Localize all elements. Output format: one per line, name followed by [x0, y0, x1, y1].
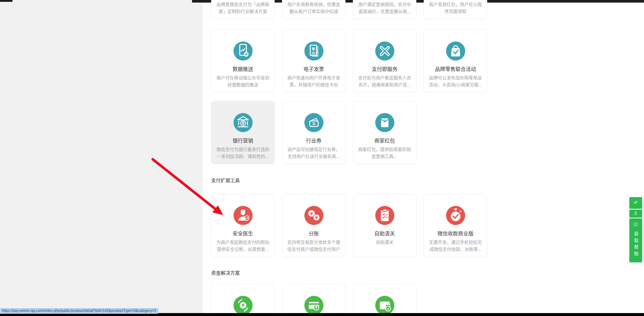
edit-icon — [633, 221, 639, 229]
product-card[interactable]: 商户发放红包，用户在小程序页面领取 — [424, 0, 487, 19]
product-desc: 该产品可创建指定行业券，支持用户在该行业报名商... — [286, 146, 341, 160]
download-icon — [633, 210, 639, 218]
section-header-payment-tools: 支付扩展工具 — [211, 177, 240, 184]
svg-text:¥: ¥ — [311, 46, 315, 52]
product-card[interactable]: 支付即服务支付后为用户推送服务人员名片，搭建商家和用户连... — [353, 29, 416, 92]
red-packet-icon — [375, 113, 394, 132]
product-card[interactable]: ¥银行营销微信支付为银行量身打造的一系列促活跃、增粘性的... — [211, 101, 275, 164]
coin-cycle-icon: ¥ — [234, 296, 253, 315]
link-icon — [633, 199, 639, 207]
product-desc: 商户发放红包，用户在小程序页面领取 — [428, 0, 483, 15]
product-card[interactable]: ¥¥分账支持将交易款分发给多个微信支付商户或微信支付用户 — [282, 194, 345, 257]
product-title: 分账 — [282, 229, 345, 237]
svg-text:¥: ¥ — [241, 303, 244, 308]
product-card-grid: 品牌是微信支付为「品牌商家」定制的行业解决方案用户先领券再核销，优惠金额从商户订… — [211, 0, 490, 316]
clipboard-check-icon — [375, 206, 394, 225]
product-title: 行业券 — [282, 137, 345, 144]
toolbar-button-get-help[interactable]: 获取帮助 — [629, 218, 642, 262]
bank-yen-icon: ¥ — [234, 113, 253, 132]
product-card[interactable]: 自助清关自助清关 — [353, 194, 416, 257]
wallet-check-icon — [375, 296, 394, 315]
product-card[interactable]: 行业券该产品可创建指定行业券，支持用户在该行业报名商... — [282, 101, 345, 164]
product-title: 自助清关 — [353, 229, 416, 237]
product-desc: 自助清关 — [357, 239, 412, 246]
product-card-row: 品牌是微信支付为「品牌商家」定制的行业解决方案用户先领券再核销，优惠金额从商户订… — [211, 0, 490, 19]
product-card[interactable]: 微信收款商业版无需开发，通过手机轻松完成微信支付收款、对账等... — [424, 194, 487, 257]
product-desc: 品牌可以发布加价购等单品活动，大卖场/小商家可报... — [428, 75, 483, 89]
invoice-icon: ¥ — [304, 41, 323, 61]
wechat-pay-product-page: 支付扩展工具 资金解决方案 品牌是微信支付为「品牌商家」定制的行业解决方案用户先… — [0, 0, 644, 316]
product-desc: 无需开发，通过手机轻松完成微信支付收款、对账等... — [428, 239, 483, 253]
timer-check-icon — [446, 206, 465, 225]
toolbar-button-link[interactable] — [629, 197, 642, 209]
split-yen-icon: ¥¥ — [304, 206, 323, 225]
product-card[interactable] — [282, 284, 345, 316]
product-title: 商家红包 — [353, 137, 416, 144]
product-desc: 用户满足营销规则，支付中直接减价，优惠金额从商... — [357, 0, 412, 15]
card-transfer-icon — [304, 296, 323, 315]
service-link-icon — [375, 41, 394, 61]
product-desc: 为商户发起微信支付的网站提供安全诊断，出具修复... — [216, 239, 270, 253]
product-title: 支付即服务 — [353, 65, 416, 72]
product-card-row: 数据推送商户可在移动端公众号收到经营数据的推送¥电子发票商户快速向用户开具电子发… — [211, 29, 490, 92]
product-card-row: ¥银行营销微信支付为银行量身打造的一系列促活跃、增粘性的...行业券该产品可创建… — [211, 101, 490, 164]
product-title: 电子发票 — [282, 65, 345, 72]
product-title: 微信收款商业版 — [424, 229, 487, 237]
product-desc: 商户快速向用户开具电子发票，并插用户的微信卡包 — [286, 75, 341, 89]
product-card-row: 安全医生为商户发起微信支付的网站提供安全诊断，出具修复...¥¥分账支持将交易款… — [211, 194, 490, 257]
product-card[interactable]: 安全医生为商户发起微信支付的网站提供安全诊断，出具修复... — [211, 194, 275, 257]
product-title: 品牌零售联合活动 — [424, 65, 487, 72]
product-card[interactable]: 商家红包商家红包，提供给商家的现金营销工具。 — [353, 101, 416, 164]
product-desc: 支付后为用户推送服务人员名片，搭建商家和用户连... — [357, 75, 412, 89]
product-card[interactable]: 数据推送商户可在移动端公众号收到经营数据的推送 — [211, 29, 275, 92]
svg-text:¥: ¥ — [310, 211, 313, 216]
product-card[interactable]: 用户满足营销规则，支付中直接减价，优惠金额从商... — [353, 0, 416, 19]
product-desc: 微信支付为银行量身打造的一系列促活跃、增粘性的... — [216, 146, 270, 160]
status-bar-url: https://pay.weixin.qq.com/index.php/publ… — [0, 308, 158, 314]
product-card[interactable]: 品牌是微信支付为「品牌商家」定制的行业解决方案 — [211, 0, 275, 19]
product-card-row: ¥ — [211, 284, 490, 316]
security-doctor-icon — [234, 206, 253, 225]
product-card[interactable]: 品牌零售联合活动品牌可以发布加价购等单品活动，大卖场/小商家可报... — [424, 29, 487, 92]
get-help-label: 获取帮助 — [634, 232, 638, 258]
product-title: 安全医生 — [211, 229, 274, 237]
product-title: 银行营销 — [211, 137, 274, 144]
product-title: 数据推送 — [211, 65, 274, 72]
svg-text:¥: ¥ — [315, 215, 318, 220]
product-desc: 用户先领券再核销，优惠金额从商户订单实收中扣减 — [286, 0, 341, 15]
product-card[interactable] — [353, 284, 416, 316]
product-desc: 支持将交易款分发给多个微信支付商户或微信支付用户 — [286, 239, 341, 253]
product-desc: 品牌是微信支付为「品牌商家」定制的行业解决方案 — [216, 0, 270, 15]
product-card[interactable]: ¥电子发票商户快速向用户开具电子发票，并插用户的微信卡包 — [282, 29, 345, 92]
coupon-icon — [304, 113, 323, 132]
section-header-funding-solutions: 资金解决方案 — [211, 269, 240, 276]
top-left-dark-bar — [0, 0, 12, 2]
product-card[interactable]: 用户先领券再核销，优惠金额从商户订单实收中扣减 — [282, 0, 345, 19]
page-left-gutter — [0, 0, 203, 316]
shopping-bag-check-icon — [446, 41, 465, 61]
phone-chart-icon — [234, 41, 253, 61]
product-desc: 商户可在移动端公众号收到经营数据的推送 — [216, 75, 270, 89]
svg-text:¥: ¥ — [242, 121, 244, 126]
toolbar-button-download[interactable] — [629, 210, 642, 218]
product-card[interactable]: ¥ — [211, 284, 275, 316]
product-desc: 商家红包，提供给商家的现金营销工具。 — [357, 146, 412, 160]
